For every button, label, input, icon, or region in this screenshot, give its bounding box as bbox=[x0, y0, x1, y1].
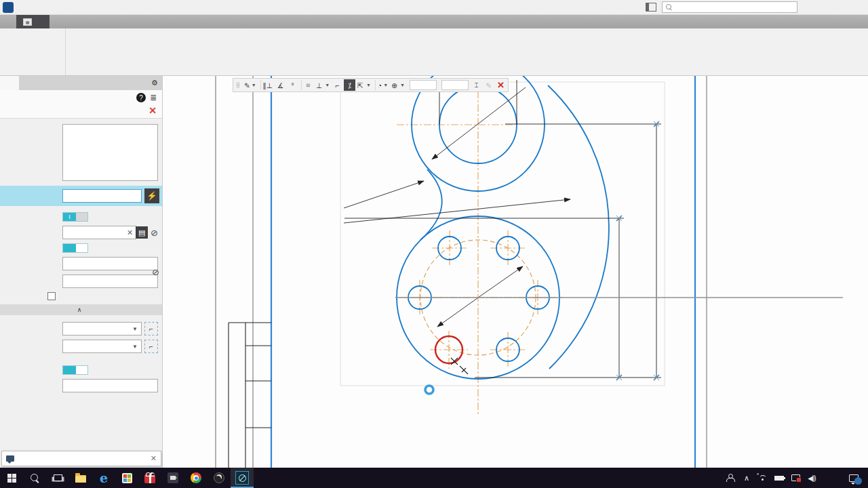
arrow2-side-button[interactable]: ⌐ bbox=[144, 340, 158, 353]
edit-icon: ✎ bbox=[483, 79, 494, 91]
panel-toggle-icon[interactable] bbox=[646, 3, 656, 12]
hide-eye-icon[interactable]: ⊘ bbox=[152, 267, 159, 277]
films-tv-icon[interactable] bbox=[161, 468, 184, 488]
drawing-canvas[interactable]: ⣿ ✎▼ ∥⊥ ∡ ° ⌗ ⊥ ▼ ⌐ ⁒ ⇱ ▼ ◔▼ ⊕ ▼ ⌶ ✎ ✕ bbox=[163, 76, 868, 468]
tab-parameters[interactable] bbox=[0, 76, 19, 90]
parameters-panel: ⚙ ? ≣ ✕ ⚡ I ✕ ▤ ⊘ bbox=[0, 76, 163, 468]
canvas-quick-toolbar: ⣿ ✎▼ ∥⊥ ∡ ° ⌗ ⊥ ▼ ⌐ ⁒ ⇱ ▼ ◔▼ ⊕ ▼ ⌶ ✎ ✕ bbox=[233, 78, 509, 92]
chevron-down-icon: ▼ bbox=[132, 326, 138, 332]
help-icon[interactable]: ? bbox=[136, 93, 146, 102]
notifications-icon[interactable] bbox=[846, 468, 861, 488]
notification-badge bbox=[854, 477, 862, 485]
deviations-toggle[interactable] bbox=[62, 243, 88, 253]
hint-popup: ✕ bbox=[1, 451, 161, 466]
ribbon-groups bbox=[66, 28, 868, 75]
snap-cross-icons bbox=[616, 121, 659, 380]
abort-command-icon[interactable]: ✕ bbox=[495, 79, 507, 91]
clear-icon[interactable]: ✕ bbox=[127, 228, 133, 237]
hint-close-icon[interactable]: ✕ bbox=[151, 454, 157, 463]
auto-text-button[interactable]: ⚡ bbox=[144, 188, 159, 203]
y-input[interactable] bbox=[441, 80, 469, 90]
people-icon[interactable] bbox=[723, 468, 738, 488]
value-input[interactable] bbox=[62, 379, 158, 392]
chrome-icon[interactable] bbox=[184, 468, 208, 488]
dimension-text-input[interactable] bbox=[62, 189, 142, 203]
rounding-toggle[interactable]: ⁒ bbox=[344, 79, 355, 91]
document-tabbar: ▦ bbox=[0, 15, 868, 28]
ribbon-mode-tabs bbox=[0, 28, 66, 75]
volume-icon[interactable]: ◀)) bbox=[804, 468, 819, 488]
ribbon bbox=[0, 28, 868, 76]
cursor-ring bbox=[425, 386, 433, 394]
arrow1-select[interactable]: ▼ bbox=[62, 322, 142, 336]
x-coordinate-field[interactable] bbox=[407, 79, 438, 91]
coordinate-system-select[interactable]: ⊥ ▼ bbox=[315, 79, 331, 91]
ortho-mode-toggle[interactable]: ⌐ bbox=[332, 79, 343, 91]
gift-app-icon[interactable] bbox=[138, 468, 161, 488]
battery-icon[interactable] bbox=[772, 468, 787, 488]
chevron-down-icon: ▼ bbox=[132, 344, 138, 350]
windows-taskbar: e ∧ * ◀)) bbox=[0, 468, 868, 488]
kompas-taskbar-icon[interactable] bbox=[231, 468, 254, 488]
store-icon[interactable] bbox=[115, 468, 138, 488]
system-tray: ∧ * ◀)) bbox=[723, 468, 868, 488]
search-input[interactable] bbox=[675, 3, 787, 12]
app-logo bbox=[3, 2, 14, 13]
toolbar-grip[interactable]: ⣿ bbox=[235, 79, 242, 91]
minimize-button[interactable] bbox=[808, 1, 827, 14]
search-icon bbox=[666, 4, 672, 10]
close-button[interactable] bbox=[846, 1, 865, 14]
action-center-icon[interactable] bbox=[788, 468, 803, 488]
advanced-params-header[interactable]: ∧ bbox=[0, 304, 162, 315]
new-tab-button[interactable] bbox=[0, 15, 16, 28]
menu-bar bbox=[0, 0, 868, 15]
hint-text bbox=[18, 454, 147, 463]
polar-snap-icon[interactable]: ° bbox=[287, 79, 298, 91]
obs-icon[interactable] bbox=[208, 468, 231, 488]
hint-bubble-icon bbox=[6, 455, 14, 462]
hide-eye-icon[interactable]: ⊘ bbox=[151, 228, 158, 238]
file-explorer-icon[interactable] bbox=[69, 468, 92, 488]
tab-drawing-tree[interactable] bbox=[19, 76, 147, 90]
zoom-level-select[interactable]: ⊕ ▼ bbox=[390, 79, 406, 91]
zoom-tool-button[interactable]: ◔▼ bbox=[376, 79, 389, 91]
taskbar-search-icon[interactable] bbox=[23, 468, 46, 488]
grid-toggle[interactable]: ⌗ bbox=[302, 79, 314, 91]
options-list-icon[interactable]: ≣ bbox=[150, 93, 157, 102]
r30-fillet-arc[interactable] bbox=[420, 169, 442, 240]
nominal-checkbox[interactable] bbox=[47, 292, 56, 300]
wifi-icon[interactable]: * bbox=[755, 468, 770, 488]
ortho-snap-icon[interactable]: ∥⊥ bbox=[262, 79, 274, 91]
drawing-doc-icon: ▦ bbox=[23, 18, 32, 26]
gear-icon[interactable]: ⚙ bbox=[147, 76, 162, 90]
objects-list[interactable] bbox=[62, 124, 158, 181]
edge-icon[interactable]: e bbox=[92, 468, 115, 488]
close-tool-icon[interactable]: ✕ bbox=[149, 105, 157, 118]
arrow2-select[interactable]: ▼ bbox=[62, 340, 142, 353]
tolerance-class-input[interactable] bbox=[62, 226, 136, 239]
upper-deviation-input[interactable] bbox=[62, 257, 158, 270]
arrow1-side-button[interactable]: ⌐ bbox=[144, 322, 158, 336]
tolerance-toggle[interactable]: I bbox=[62, 212, 88, 222]
angle-snap-icon[interactable]: ∡ bbox=[275, 79, 286, 91]
gap-toggle[interactable] bbox=[62, 365, 88, 375]
r100-arc[interactable] bbox=[548, 85, 609, 369]
snaps-button[interactable]: ✎▼ bbox=[243, 79, 258, 91]
drawing-sheet[interactable] bbox=[163, 76, 868, 468]
restore-button[interactable] bbox=[827, 1, 846, 14]
x-input[interactable] bbox=[410, 80, 437, 90]
collapse-caret-icon: ∧ bbox=[77, 306, 82, 313]
lower-deviation-input[interactable] bbox=[62, 274, 158, 288]
command-search[interactable] bbox=[662, 1, 797, 13]
title-block bbox=[229, 323, 271, 468]
task-view-icon[interactable] bbox=[46, 468, 69, 488]
centerlines bbox=[395, 91, 563, 415]
y-coordinate-field[interactable] bbox=[439, 79, 470, 91]
document-tab[interactable]: ▦ bbox=[16, 15, 50, 28]
layer-select[interactable]: ⇱ ▼ bbox=[356, 79, 372, 91]
start-button[interactable] bbox=[0, 468, 23, 488]
geometry-calculator-icon[interactable]: ⌶ bbox=[471, 79, 482, 91]
language-indicator[interactable] bbox=[821, 468, 835, 488]
tolerance-table-icon[interactable]: ▤ bbox=[136, 226, 148, 239]
tray-expand-chevron[interactable]: ∧ bbox=[739, 468, 754, 488]
